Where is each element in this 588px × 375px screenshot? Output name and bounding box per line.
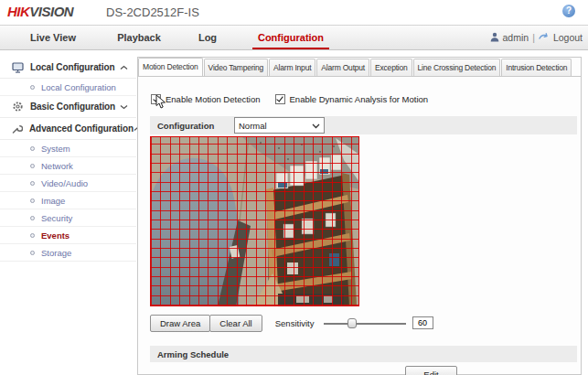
bullet-icon — [30, 251, 35, 255]
user-name: admin — [503, 32, 529, 43]
hikvision-logo: HIKVISION — [7, 4, 73, 19]
enable-motion-detection-label: Enable Motion Detection — [166, 94, 261, 104]
enable-motion-detection-checkbox[interactable] — [151, 94, 161, 104]
sidebar-group-label: Advanced Configuration — [29, 123, 134, 134]
logout-link[interactable]: Logout — [553, 32, 583, 43]
slider-handle[interactable] — [347, 318, 357, 328]
sidebar-group-label: Local Configuration — [30, 62, 120, 72]
sidebar-item-video-audio[interactable]: Video/Audio — [0, 175, 136, 192]
sidebar-item-label: System — [41, 144, 70, 154]
user-icon — [490, 32, 499, 44]
tab-line-crossing-detection[interactable]: Line Crossing Detection — [413, 59, 501, 77]
bullet-icon — [30, 216, 35, 220]
tab-motion-detection[interactable]: Motion Detection — [138, 58, 203, 77]
enable-dynamic-analysis-checkbox[interactable] — [275, 94, 285, 104]
sidebar-item-label: Storage — [41, 248, 71, 258]
event-tabs: Motion Detection Video Tampering Alarm I… — [138, 58, 581, 77]
sidebar-item-label: Video/Audio — [41, 178, 88, 188]
sidebar-group-basic-configuration[interactable]: Basic Configuration — [0, 96, 136, 118]
configuration-label: Configuration — [157, 121, 234, 131]
slider-track[interactable] — [324, 323, 406, 325]
sidebar-item-local-configuration[interactable]: Local Configuration — [0, 79, 136, 96]
checkmark-icon — [153, 95, 159, 102]
sensitivity-value-input[interactable] — [412, 316, 433, 329]
sidebar-item-label: Events — [41, 230, 69, 241]
area-controls: Draw Area Clear All Sensitivity — [150, 314, 433, 332]
configuration-bar: Configuration Normal — [150, 116, 577, 134]
bullet-icon — [30, 164, 35, 168]
checkmark-icon — [276, 95, 283, 102]
user-separator: | — [532, 32, 535, 43]
sensitivity-slider[interactable] — [324, 318, 406, 328]
enable-dynamic-analysis-label: Enable Dynamic Analysis for Motion — [290, 94, 429, 104]
sidebar: Local Configuration Local Configuration … — [0, 57, 136, 262]
sidebar-item-label: Local Configuration — [41, 82, 116, 92]
sidebar-item-label: Network — [41, 161, 73, 171]
sensitivity-label: Sensitivity — [275, 318, 315, 328]
draw-area-button[interactable]: Draw Area — [150, 315, 210, 332]
sidebar-item-storage[interactable]: Storage — [0, 244, 136, 262]
gear-icon — [11, 101, 24, 112]
enable-options-row: Enable Motion Detection Enable Dynamic A… — [151, 94, 428, 104]
bullet-icon — [30, 146, 35, 151]
help-icon[interactable]: ? — [562, 5, 575, 17]
main-nav: Live View Playback Log Configuration adm… — [0, 25, 588, 50]
arming-schedule-label: Arming Schedule — [157, 349, 229, 359]
chevron-down-icon — [312, 121, 320, 131]
arming-schedule-bar: Arming Schedule — [150, 346, 577, 362]
sidebar-group-advanced-configuration[interactable]: Advanced Configuration — [0, 118, 136, 140]
chevron-up-icon — [120, 65, 128, 70]
logout-icon — [539, 32, 550, 43]
sidebar-item-label: Image — [41, 196, 65, 206]
camera-preview[interactable] — [150, 136, 359, 306]
sidebar-item-image[interactable]: Image — [0, 192, 136, 209]
edit-button[interactable]: Edit — [405, 366, 457, 375]
configuration-selected-value: Normal — [239, 121, 267, 131]
sidebar-item-events[interactable]: Events — [0, 227, 136, 244]
tab-alarm-input[interactable]: Alarm Input — [269, 59, 315, 77]
sidebar-item-label: Security — [41, 213, 72, 223]
bullet-icon — [30, 198, 35, 203]
logo-vision: VISION — [29, 4, 73, 19]
logo-hik: HIK — [7, 4, 29, 19]
tab-intrusion-detection[interactable]: Intrusion Detection — [501, 59, 572, 77]
nav-playback[interactable]: Playback — [106, 26, 172, 49]
configuration-select[interactable]: Normal — [234, 117, 325, 134]
sidebar-group-label: Basic Configuration — [30, 102, 120, 112]
bullet-icon — [30, 181, 35, 186]
monitor-icon — [11, 62, 24, 73]
wrench-icon — [11, 123, 23, 134]
app-header: HIKVISION DS-2CD2512F-IS ? — [0, 0, 588, 25]
nav-log[interactable]: Log — [186, 26, 230, 49]
tab-video-tampering[interactable]: Video Tampering — [204, 59, 268, 77]
tab-exception[interactable]: Exception — [370, 59, 412, 77]
device-model: DS-2CD2512F-IS — [106, 5, 199, 19]
content-panel: Motion Detection Video Tampering Alarm I… — [137, 57, 582, 375]
tab-alarm-output[interactable]: Alarm Output — [316, 59, 369, 77]
clear-all-button[interactable]: Clear All — [209, 315, 262, 332]
bullet-icon — [30, 85, 35, 90]
sidebar-item-security[interactable]: Security — [0, 209, 136, 227]
nav-configuration[interactable]: Configuration — [252, 26, 329, 49]
sidebar-group-local-configuration[interactable]: Local Configuration — [0, 57, 136, 79]
bullet-icon — [30, 233, 35, 238]
sidebar-item-system[interactable]: System — [0, 140, 136, 157]
nav-live-view[interactable]: Live View — [20, 26, 86, 49]
sidebar-item-network[interactable]: Network — [0, 157, 136, 175]
motion-grid-overlay[interactable] — [150, 136, 359, 306]
user-area: admin | Logout — [490, 26, 583, 49]
chevron-down-icon — [120, 104, 128, 110]
